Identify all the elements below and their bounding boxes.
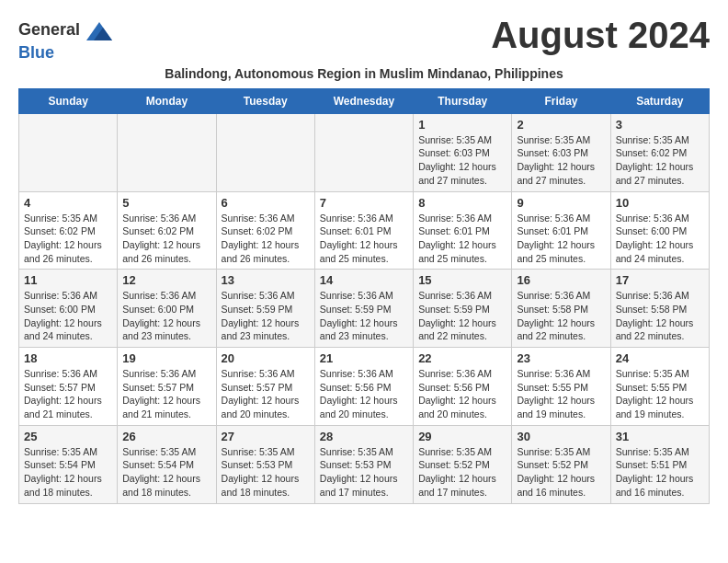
day-number: 29 [418,430,506,443]
calendar-day-2: 2Sunrise: 5:35 AMSunset: 6:03 PMDaylight… [512,113,610,191]
day-info: Sunrise: 5:35 AMSunset: 6:03 PMDaylight:… [418,133,506,188]
calendar-day-15: 15Sunrise: 5:36 AMSunset: 5:59 PMDayligh… [414,270,512,348]
day-info: Sunrise: 5:35 AMSunset: 5:53 PMDaylight:… [222,445,310,500]
day-info: Sunrise: 5:36 AMSunset: 5:56 PMDaylight:… [418,367,506,421]
calendar-day-19: 19Sunrise: 5:36 AMSunset: 5:57 PMDayligh… [118,348,216,426]
day-info: Sunrise: 5:35 AMSunset: 5:53 PMDaylight:… [320,445,408,500]
logo-blue: Blue [18,43,54,62]
calendar-empty-cell [216,113,314,191]
day-info: Sunrise: 5:36 AMSunset: 6:01 PMDaylight:… [517,212,605,266]
calendar-day-9: 9Sunrise: 5:36 AMSunset: 6:01 PMDaylight… [512,191,610,270]
day-info: Sunrise: 5:36 AMSunset: 6:00 PMDaylight:… [24,289,112,343]
day-info: Sunrise: 5:36 AMSunset: 6:02 PMDaylight:… [122,212,210,266]
day-number: 8 [418,196,506,210]
day-number: 24 [616,351,704,365]
day-info: Sunrise: 5:35 AMSunset: 5:52 PMDaylight:… [418,445,506,500]
day-number: 3 [616,118,704,132]
logo-general: General [18,20,80,39]
calendar-day-31: 31Sunrise: 5:35 AMSunset: 5:51 PMDayligh… [610,425,709,503]
calendar-day-13: 13Sunrise: 5:36 AMSunset: 5:59 PMDayligh… [216,270,314,348]
calendar-day-14: 14Sunrise: 5:36 AMSunset: 5:59 PMDayligh… [314,270,413,348]
day-number: 22 [418,351,506,365]
day-number: 13 [222,273,310,287]
day-number: 20 [222,351,310,365]
day-info: Sunrise: 5:36 AMSunset: 5:58 PMDaylight:… [616,289,704,343]
day-info: Sunrise: 5:36 AMSunset: 6:01 PMDaylight:… [418,212,506,266]
day-info: Sunrise: 5:36 AMSunset: 5:55 PMDaylight:… [517,367,605,421]
day-number: 5 [122,196,210,210]
calendar-header-row: SundayMondayTuesdayWednesdayThursdayFrid… [19,88,710,113]
day-header-tuesday: Tuesday [216,88,314,113]
day-info: Sunrise: 5:36 AMSunset: 6:00 PMDaylight:… [122,289,210,343]
calendar-empty-cell [19,113,118,191]
calendar-day-8: 8Sunrise: 5:36 AMSunset: 6:01 PMDaylight… [414,191,512,270]
day-info: Sunrise: 5:35 AMSunset: 5:52 PMDaylight:… [517,445,605,500]
day-number: 9 [517,196,605,210]
calendar-day-7: 7Sunrise: 5:36 AMSunset: 6:01 PMDaylight… [314,191,413,270]
day-number: 26 [122,430,210,443]
day-info: Sunrise: 5:36 AMSunset: 5:58 PMDaylight:… [517,289,605,343]
day-number: 6 [222,196,310,210]
month-year-title: August 2024 [491,15,710,55]
day-number: 16 [517,273,605,287]
calendar-day-4: 4Sunrise: 5:35 AMSunset: 6:02 PMDaylight… [19,191,118,270]
day-info: Sunrise: 5:35 AMSunset: 6:02 PMDaylight:… [616,133,704,188]
day-number: 2 [517,118,605,132]
day-header-monday: Monday [118,88,216,113]
calendar-day-10: 10Sunrise: 5:36 AMSunset: 6:00 PMDayligh… [610,191,709,270]
day-number: 1 [418,118,506,132]
day-info: Sunrise: 5:35 AMSunset: 6:03 PMDaylight:… [517,133,605,188]
calendar-table: SundayMondayTuesdayWednesdayThursdayFrid… [18,88,710,504]
calendar-day-5: 5Sunrise: 5:36 AMSunset: 6:02 PMDaylight… [118,191,216,270]
calendar-day-30: 30Sunrise: 5:35 AMSunset: 5:52 PMDayligh… [512,425,610,503]
calendar-day-1: 1Sunrise: 5:35 AMSunset: 6:03 PMDaylight… [414,113,512,191]
calendar-week-row: 4Sunrise: 5:35 AMSunset: 6:02 PMDaylight… [19,191,710,270]
day-header-wednesday: Wednesday [314,88,413,113]
day-number: 7 [320,196,408,210]
calendar-day-18: 18Sunrise: 5:36 AMSunset: 5:57 PMDayligh… [19,348,118,426]
calendar-day-22: 22Sunrise: 5:36 AMSunset: 5:56 PMDayligh… [414,348,512,426]
logo-icon [86,18,112,44]
day-number: 17 [616,273,704,287]
calendar-day-27: 27Sunrise: 5:35 AMSunset: 5:53 PMDayligh… [216,425,314,503]
calendar-day-11: 11Sunrise: 5:36 AMSunset: 6:00 PMDayligh… [19,270,118,348]
day-info: Sunrise: 5:36 AMSunset: 5:59 PMDaylight:… [418,289,506,343]
calendar-week-row: 11Sunrise: 5:36 AMSunset: 6:00 PMDayligh… [19,270,710,348]
calendar-day-26: 26Sunrise: 5:35 AMSunset: 5:54 PMDayligh… [118,425,216,503]
calendar-day-28: 28Sunrise: 5:35 AMSunset: 5:53 PMDayligh… [314,425,413,503]
day-header-thursday: Thursday [414,88,512,113]
calendar-day-3: 3Sunrise: 5:35 AMSunset: 6:02 PMDaylight… [610,113,709,191]
calendar-day-16: 16Sunrise: 5:36 AMSunset: 5:58 PMDayligh… [512,270,610,348]
day-number: 30 [517,430,605,443]
calendar-empty-cell [118,113,216,191]
day-number: 25 [24,430,112,443]
day-number: 19 [122,351,210,365]
calendar-day-6: 6Sunrise: 5:36 AMSunset: 6:02 PMDaylight… [216,191,314,270]
day-info: Sunrise: 5:36 AMSunset: 6:01 PMDaylight:… [320,212,408,266]
day-number: 14 [320,273,408,287]
calendar-day-29: 29Sunrise: 5:35 AMSunset: 5:52 PMDayligh… [414,425,512,503]
day-info: Sunrise: 5:36 AMSunset: 6:02 PMDaylight:… [222,212,310,266]
day-number: 15 [418,273,506,287]
day-number: 27 [222,430,310,443]
calendar-empty-cell [314,113,413,191]
day-number: 18 [24,351,112,365]
calendar-day-12: 12Sunrise: 5:36 AMSunset: 6:00 PMDayligh… [118,270,216,348]
day-info: Sunrise: 5:36 AMSunset: 5:59 PMDaylight:… [320,289,408,343]
day-header-saturday: Saturday [610,88,709,113]
day-info: Sunrise: 5:36 AMSunset: 5:59 PMDaylight:… [222,289,310,343]
day-number: 23 [517,351,605,365]
day-info: Sunrise: 5:35 AMSunset: 5:54 PMDaylight:… [24,445,112,500]
day-info: Sunrise: 5:36 AMSunset: 5:57 PMDaylight:… [122,367,210,421]
day-info: Sunrise: 5:35 AMSunset: 5:51 PMDaylight:… [616,445,704,500]
calendar-day-20: 20Sunrise: 5:36 AMSunset: 5:57 PMDayligh… [216,348,314,426]
day-info: Sunrise: 5:35 AMSunset: 5:55 PMDaylight:… [616,367,704,421]
day-number: 10 [616,196,704,210]
calendar-day-21: 21Sunrise: 5:36 AMSunset: 5:56 PMDayligh… [314,348,413,426]
day-number: 4 [24,196,112,210]
day-number: 11 [24,273,112,287]
day-header-sunday: Sunday [19,88,118,113]
calendar-week-row: 1Sunrise: 5:35 AMSunset: 6:03 PMDaylight… [19,113,710,191]
calendar-day-17: 17Sunrise: 5:36 AMSunset: 5:58 PMDayligh… [610,270,709,348]
day-info: Sunrise: 5:35 AMSunset: 6:02 PMDaylight:… [24,212,112,266]
